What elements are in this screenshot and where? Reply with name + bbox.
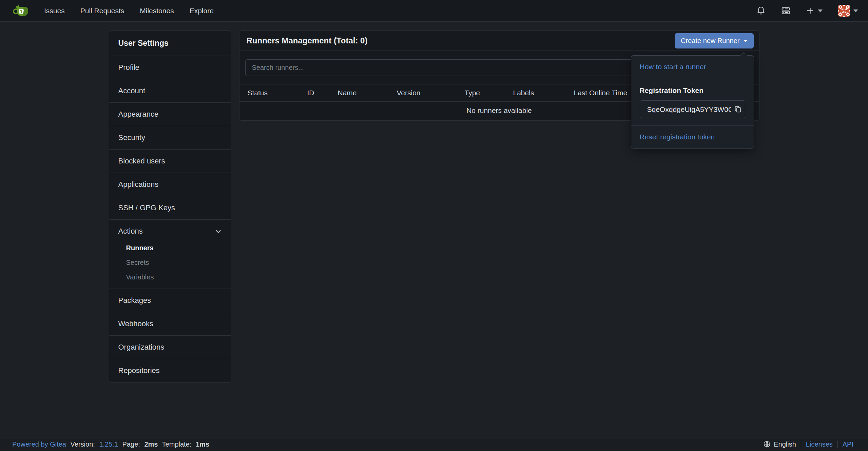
create-new-runner-label: Create new Runner <box>681 37 739 45</box>
sidebar-item-repositories[interactable]: Repositories <box>109 359 231 382</box>
footer: Powered by Gitea Version: 1.25.1 Page: 2… <box>0 437 868 451</box>
template-time-value: 1ms <box>196 440 209 448</box>
column-header-version: Version <box>389 84 457 102</box>
page-time-label: Page: <box>122 440 140 448</box>
content-container: User Settings Profile Account Appearance… <box>109 31 759 383</box>
bell-icon <box>756 6 766 15</box>
version-label: Version: <box>71 440 95 448</box>
nav-link-explore[interactable]: Explore <box>182 7 221 15</box>
licenses-link[interactable]: Licenses <box>806 440 833 448</box>
sidebar-subitem-variables[interactable]: Variables <box>126 273 222 281</box>
create-new-menu-button[interactable] <box>806 6 823 15</box>
notifications-button[interactable] <box>756 6 766 15</box>
sidebar-subitem-runners[interactable]: Runners <box>126 244 222 252</box>
copy-token-button[interactable] <box>731 101 745 118</box>
create-new-runner-button[interactable]: Create new Runner <box>675 33 753 48</box>
template-time-label: Template: <box>162 440 192 448</box>
server-icon <box>781 6 790 15</box>
sidebar-item-actions: Actions Runners Secrets Variables <box>109 219 231 289</box>
dropdown-section-help: How to start a runner <box>631 56 754 78</box>
column-header-labels: Labels <box>505 84 566 102</box>
footer-divider <box>837 440 838 448</box>
chevron-down-icon <box>853 9 858 12</box>
dropdown-section-reset: Reset registration token <box>631 125 754 148</box>
admin-panel-button[interactable] <box>781 6 790 15</box>
nav-link-pull-requests[interactable]: Pull Requests <box>73 7 132 15</box>
sidebar-item-applications[interactable]: Applications <box>109 173 231 196</box>
navbar-right <box>741 5 858 17</box>
plus-icon <box>806 6 814 15</box>
sidebar-item-account[interactable]: Account <box>109 79 231 102</box>
sidebar-actions-label: Actions <box>118 227 143 236</box>
user-menu-button[interactable] <box>838 5 858 17</box>
gitea-logo-icon[interactable] <box>13 3 28 19</box>
registration-token-field: SqeOxqdgeUigA5YY3W0C <box>640 100 745 118</box>
nav-link-milestones[interactable]: Milestones <box>132 7 181 15</box>
language-selector[interactable]: English <box>774 440 796 448</box>
api-link[interactable]: API <box>843 440 853 448</box>
create-runner-dropdown: How to start a runner Registration Token… <box>631 55 754 149</box>
sidebar-title: User Settings <box>109 31 231 56</box>
reset-registration-token-link[interactable]: Reset registration token <box>640 133 715 141</box>
navbar: Issues Pull Requests Milestones Explore <box>0 0 868 22</box>
sidebar-item-blocked-users[interactable]: Blocked users <box>109 149 231 173</box>
sidebar-actions-toggle[interactable]: Actions <box>118 227 222 236</box>
sidebar-item-packages[interactable]: Packages <box>109 289 231 312</box>
globe-icon <box>763 440 771 448</box>
chevron-down-icon <box>215 228 222 235</box>
sidebar-item-appearance[interactable]: Appearance <box>109 102 231 126</box>
nav-link-issues[interactable]: Issues <box>36 7 73 15</box>
column-header-status: Status <box>239 84 299 102</box>
page-time-value: 2ms <box>144 440 158 448</box>
runners-panel: Runners Management (Total: 0) Create new… <box>239 31 759 121</box>
column-header-type: Type <box>457 84 505 102</box>
sidebar-actions-submenu: Runners Secrets Variables <box>126 244 222 281</box>
sidebar-item-ssh-gpg-keys[interactable]: SSH / GPG Keys <box>109 196 231 219</box>
chevron-down-icon <box>818 9 823 12</box>
sidebar-item-webhooks[interactable]: Webhooks <box>109 312 231 335</box>
chevron-down-icon <box>744 40 748 42</box>
column-header-name: Name <box>330 84 389 102</box>
panel-header: Runners Management (Total: 0) Create new… <box>239 31 759 51</box>
sidebar-item-profile[interactable]: Profile <box>109 56 231 79</box>
footer-right: English Licenses API <box>763 440 853 448</box>
page-title: Runners Management (Total: 0) <box>247 36 368 45</box>
registration-token-value[interactable]: SqeOxqdgeUigA5YY3W0C <box>640 101 731 118</box>
footer-left: Powered by Gitea Version: 1.25.1 Page: 2… <box>12 440 212 448</box>
sidebar-item-organizations[interactable]: Organizations <box>109 335 231 359</box>
how-to-start-runner-link[interactable]: How to start a runner <box>640 63 706 71</box>
copy-icon <box>734 105 742 113</box>
powered-by-gitea-link[interactable]: Powered by Gitea <box>12 440 66 448</box>
sidebar-subitem-secrets[interactable]: Secrets <box>126 259 222 267</box>
registration-token-label: Registration Token <box>640 85 745 95</box>
column-header-id: ID <box>299 84 330 102</box>
version-link[interactable]: 1.25.1 <box>99 440 118 448</box>
settings-sidebar: User Settings Profile Account Appearance… <box>109 31 231 383</box>
footer-divider <box>801 440 801 448</box>
dropdown-section-token: Registration Token SqeOxqdgeUigA5YY3W0C <box>631 78 754 125</box>
avatar <box>838 5 850 17</box>
sidebar-item-security[interactable]: Security <box>109 126 231 149</box>
